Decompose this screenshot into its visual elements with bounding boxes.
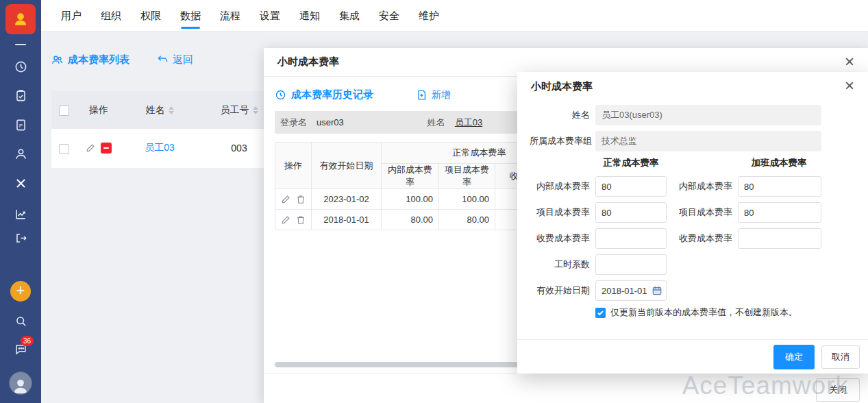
back-button[interactable]: 返回 (157, 53, 193, 66)
history-col-project: 项目成本费率 (439, 164, 495, 189)
close-icon[interactable]: × (839, 75, 860, 96)
overtime-internal-input[interactable] (738, 176, 821, 197)
page-title: 成本费率列表 (51, 53, 129, 66)
sort-icon[interactable] (253, 106, 258, 114)
history-modal-footer: 关闭 (264, 373, 868, 403)
charge-rate-label: 收费成本费率 (530, 232, 590, 245)
normal-project-input[interactable] (595, 202, 667, 223)
overtime-project-input[interactable] (738, 202, 821, 223)
close-icon[interactable]: × (839, 51, 860, 72)
hour-factor-label: 工时系数 (530, 258, 590, 271)
time-icon[interactable] (0, 58, 41, 75)
back-label: 返回 (173, 53, 193, 66)
name-field-label: 姓名 (530, 109, 590, 121)
name-label: 姓名 (427, 117, 445, 129)
team-icon (51, 54, 63, 66)
add-new-label: 新增 (432, 89, 451, 101)
page-header: 成本费率列表 返回 (51, 53, 193, 66)
svg-text:P: P (18, 122, 22, 128)
cancel-button[interactable]: 取消 (821, 345, 860, 369)
hour-factor-input[interactable] (595, 254, 667, 275)
login-name-label: 登录名 (280, 117, 307, 129)
tab-organization[interactable]: 组织 (91, 0, 131, 31)
collapse-icon[interactable] (0, 36, 41, 53)
history-internal: 100.00 (382, 189, 439, 210)
tab-permissions[interactable]: 权限 (131, 0, 171, 31)
update-version-option[interactable]: 仅更新当前版本的成本费率值，不创建新版本。 (595, 306, 868, 319)
tab-data[interactable]: 数据 (171, 0, 210, 31)
edit-icon[interactable] (281, 195, 290, 204)
service-icon[interactable] (0, 145, 41, 162)
checked-checkbox[interactable] (595, 308, 606, 318)
calendar-icon[interactable] (652, 285, 662, 296)
edit-modal-title: 小时成本费率 (531, 80, 593, 93)
history-date: 2023-01-02 (312, 189, 382, 210)
column-name-text: 姓名 (146, 104, 165, 115)
tab-notifications[interactable]: 通知 (290, 0, 330, 31)
history-project: 80.00 (439, 210, 495, 230)
tab-security[interactable]: 安全 (369, 0, 409, 31)
row-checkbox[interactable] (59, 144, 69, 154)
chat-icon[interactable]: 36 (0, 340, 41, 358)
name-field (595, 105, 821, 125)
checkbox-label: 仅更新当前版本的成本费率值，不创建新版本。 (610, 306, 797, 319)
app-logo[interactable] (5, 4, 36, 34)
edit-modal-body: 姓名 所属成本费率组 正常成本费率 加班成本费率 内部成本费率 内部成本费率 项… (517, 101, 868, 339)
history-project: 100.00 (439, 189, 495, 210)
back-icon (157, 54, 169, 66)
rate-section-headers: 正常成本费率 加班成本费率 (517, 157, 868, 169)
history-section-label: 成本费率历史记录 (291, 88, 373, 101)
dash-glyph (15, 44, 26, 45)
login-name-value: user03 (317, 117, 344, 127)
history-icon (275, 89, 286, 101)
project-rate-label: 项目成本费率 (672, 206, 732, 219)
project-rate-label: 项目成本费率 (530, 206, 590, 219)
tab-integrations[interactable]: 集成 (330, 0, 369, 31)
project-file-icon[interactable]: P (0, 116, 41, 134)
overtime-rate-header: 加班成本费率 (737, 157, 821, 169)
select-all-checkbox[interactable] (59, 106, 69, 116)
internal-rate-label: 内部成本费率 (530, 180, 590, 193)
sort-icon[interactable] (169, 106, 174, 114)
user-avatar[interactable] (9, 371, 32, 395)
disable-icon[interactable] (101, 143, 112, 154)
internal-rate-label: 内部成本费率 (672, 180, 732, 193)
chat-badge: 36 (21, 336, 34, 346)
tab-users[interactable]: 用户 (51, 0, 91, 31)
app-root: P + 36 用户 组织 权限 数据 流程 设置 通知 (0, 0, 868, 403)
history-internal: 80.00 (382, 210, 439, 230)
name-link[interactable]: 员工03 (455, 117, 482, 129)
sidebar: P + 36 (0, 0, 41, 403)
column-header-name[interactable]: 姓名 (121, 91, 198, 129)
edit-icon[interactable] (281, 215, 290, 225)
trash-icon[interactable] (296, 195, 306, 204)
column-empno-text: 员工号 (221, 104, 249, 115)
audit-icon[interactable] (0, 86, 41, 104)
history-section-link[interactable]: 成本费率历史记录 (275, 88, 373, 101)
tools-icon[interactable] (0, 174, 41, 192)
normal-internal-input[interactable] (595, 176, 667, 197)
normal-charge-input[interactable] (595, 228, 667, 249)
trash-icon[interactable] (296, 215, 306, 225)
edit-rate-modal: 小时成本费率 × 姓名 所属成本费率组 正常成本费率 加班成本费率 内部成本费率… (517, 72, 868, 374)
exit-icon[interactable] (0, 229, 41, 247)
tab-process[interactable]: 流程 (210, 0, 250, 31)
employee-link[interactable]: 员工03 (145, 142, 175, 153)
normal-rate-header: 正常成本费率 (595, 157, 667, 169)
edit-icon[interactable] (86, 143, 95, 153)
chart-icon[interactable] (0, 205, 41, 223)
close-button[interactable]: 关闭 (816, 378, 860, 402)
tab-maintenance[interactable]: 维护 (409, 0, 449, 31)
search-icon[interactable] (0, 312, 41, 330)
column-header-op: 操作 (76, 91, 121, 129)
quick-add-button[interactable]: + (10, 281, 31, 302)
tab-settings[interactable]: 设置 (250, 0, 290, 31)
charge-rate-label: 收费成本费率 (672, 232, 732, 245)
rate-group-field (595, 131, 821, 151)
history-date: 2018-01-01 (312, 210, 382, 230)
page-title-text: 成本费率列表 (68, 53, 129, 66)
add-new-button[interactable]: 新增 (416, 89, 451, 101)
top-nav: 用户 组织 权限 数据 流程 设置 通知 集成 安全 维护 (41, 0, 868, 32)
overtime-charge-input[interactable] (738, 228, 821, 249)
confirm-button[interactable]: 确定 (773, 345, 815, 369)
